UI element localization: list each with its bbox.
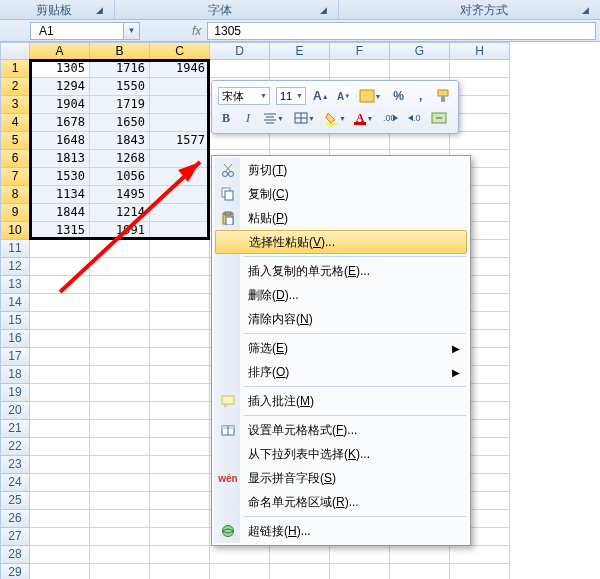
cell[interactable] [150, 312, 210, 330]
percent-icon[interactable]: % [391, 87, 407, 105]
row-header[interactable]: 18 [0, 366, 30, 384]
cell[interactable] [210, 132, 270, 150]
cell[interactable] [150, 348, 210, 366]
cell[interactable] [210, 564, 270, 579]
cell[interactable] [30, 456, 90, 474]
cell[interactable] [150, 204, 210, 222]
cell[interactable] [150, 168, 210, 186]
bold-icon[interactable]: B [218, 109, 234, 127]
cell[interactable] [150, 78, 210, 96]
cell[interactable] [450, 96, 510, 114]
menu-clear-contents[interactable]: 清除内容(N) [214, 307, 468, 331]
cell[interactable] [90, 438, 150, 456]
row-headers[interactable]: 1234567891011121314151617181920212223242… [0, 60, 30, 579]
cell[interactable]: 1678 [30, 114, 90, 132]
spreadsheet-grid[interactable]: ABCDEFGH 1234567891011121314151617181920… [0, 42, 600, 579]
cell[interactable] [150, 564, 210, 579]
cell[interactable] [30, 258, 90, 276]
row-header[interactable]: 26 [0, 510, 30, 528]
cell[interactable] [90, 420, 150, 438]
cell[interactable] [90, 258, 150, 276]
column-headers[interactable]: ABCDEFGH [30, 42, 510, 60]
cell[interactable]: 1056 [90, 168, 150, 186]
cell[interactable] [30, 492, 90, 510]
cell[interactable] [90, 312, 150, 330]
cell[interactable]: 1134 [30, 186, 90, 204]
cell[interactable] [30, 366, 90, 384]
row-header[interactable]: 19 [0, 384, 30, 402]
cell[interactable] [30, 510, 90, 528]
cell[interactable]: 1214 [90, 204, 150, 222]
cell[interactable] [150, 438, 210, 456]
row-header[interactable]: 21 [0, 420, 30, 438]
select-all-corner[interactable] [0, 42, 30, 60]
comma-style-icon[interactable]: , [413, 87, 429, 105]
column-header[interactable]: C [150, 42, 210, 60]
column-header[interactable]: B [90, 42, 150, 60]
cell[interactable] [450, 546, 510, 564]
cell[interactable] [150, 474, 210, 492]
cell[interactable] [90, 510, 150, 528]
cell[interactable] [30, 438, 90, 456]
name-box[interactable]: A1 ▼ [30, 22, 140, 40]
row-header[interactable]: 13 [0, 276, 30, 294]
row-header[interactable]: 9 [0, 204, 30, 222]
row-header[interactable]: 24 [0, 474, 30, 492]
menu-insert-copied-cells[interactable]: 插入复制的单元格(E)... [214, 259, 468, 283]
cell[interactable] [270, 546, 330, 564]
cell[interactable] [30, 312, 90, 330]
cell[interactable] [390, 564, 450, 579]
chevron-down-icon[interactable]: ▼ [123, 23, 139, 39]
column-header[interactable]: H [450, 42, 510, 60]
cell[interactable]: 1294 [30, 78, 90, 96]
cell[interactable]: 1844 [30, 204, 90, 222]
cell[interactable] [30, 474, 90, 492]
cell[interactable] [90, 492, 150, 510]
row-header[interactable]: 25 [0, 492, 30, 510]
row-header[interactable]: 29 [0, 564, 30, 579]
cell[interactable] [90, 240, 150, 258]
cell[interactable] [150, 276, 210, 294]
row-header[interactable]: 12 [0, 258, 30, 276]
format-painter-icon[interactable] [435, 87, 451, 105]
cell[interactable] [150, 492, 210, 510]
row-header[interactable]: 20 [0, 402, 30, 420]
menu-insert-comment[interactable]: 插入批注(M) [214, 389, 468, 413]
cell[interactable] [30, 330, 90, 348]
increase-decimal-icon[interactable]: .0 [406, 109, 424, 127]
menu-format-cells[interactable]: 设置单元格格式(F)... [214, 418, 468, 442]
dialog-launcher-icon[interactable]: ◢ [320, 5, 327, 15]
cell[interactable] [90, 384, 150, 402]
cell[interactable]: 1315 [30, 222, 90, 240]
menu-copy[interactable]: 复制(C) [214, 182, 468, 206]
cell[interactable] [330, 132, 390, 150]
cell[interactable] [150, 546, 210, 564]
menu-show-phonetic[interactable]: wén 显示拼音字段(S) [214, 466, 468, 490]
cell[interactable] [30, 528, 90, 546]
cell[interactable] [90, 456, 150, 474]
cell[interactable]: 1550 [90, 78, 150, 96]
cell[interactable] [330, 60, 390, 78]
grow-font-icon[interactable]: A▲ [312, 87, 330, 105]
chevron-down-icon[interactable]: ▼ [296, 88, 305, 104]
dialog-launcher-icon[interactable]: ◢ [96, 5, 103, 15]
cell[interactable] [150, 366, 210, 384]
merge-center-icon[interactable] [430, 109, 448, 127]
cell[interactable] [150, 420, 210, 438]
column-header[interactable]: G [390, 42, 450, 60]
row-header[interactable]: 28 [0, 546, 30, 564]
row-header[interactable]: 22 [0, 438, 30, 456]
cell[interactable] [30, 546, 90, 564]
dialog-launcher-icon[interactable]: ◢ [582, 5, 589, 15]
menu-delete[interactable]: 删除(D)... [214, 283, 468, 307]
cell[interactable] [210, 546, 270, 564]
cell[interactable] [150, 258, 210, 276]
row-header[interactable]: 27 [0, 528, 30, 546]
column-header[interactable]: D [210, 42, 270, 60]
cell[interactable] [30, 384, 90, 402]
cell[interactable]: 1577 [150, 132, 210, 150]
cell[interactable] [30, 294, 90, 312]
cell[interactable] [30, 276, 90, 294]
cell[interactable] [330, 564, 390, 579]
row-header[interactable]: 15 [0, 312, 30, 330]
